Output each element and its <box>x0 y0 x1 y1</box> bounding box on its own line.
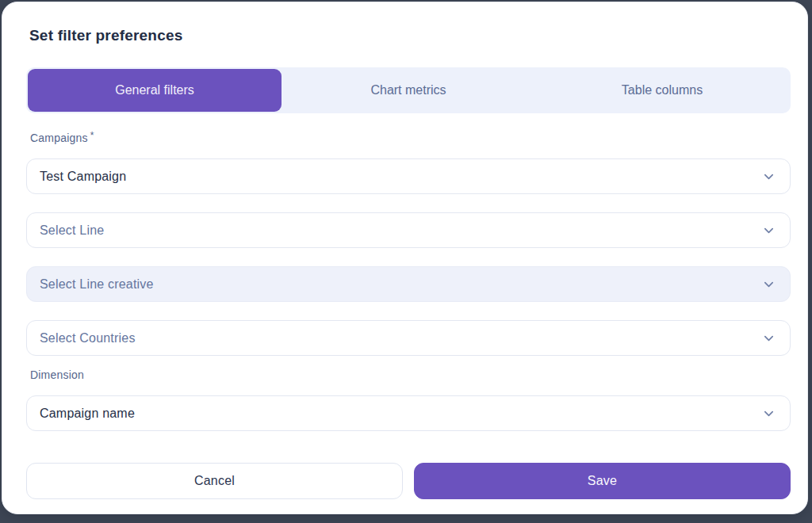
countries-select-placeholder: Select Countries <box>40 331 136 345</box>
chevron-down-icon <box>763 407 775 419</box>
tab-table-columns-label: Table columns <box>622 83 703 97</box>
line-creative-select-placeholder: Select Line creative <box>40 277 154 292</box>
line-select[interactable]: Select Line <box>26 212 791 248</box>
chevron-down-icon <box>763 332 775 344</box>
chevron-down-icon <box>763 170 775 182</box>
line-select-placeholder: Select Line <box>40 223 104 238</box>
dimension-select[interactable]: Campaign name <box>26 395 791 431</box>
modal-footer: Cancel Save <box>26 463 791 499</box>
chevron-down-icon <box>763 278 775 290</box>
chevron-down-icon <box>763 224 775 236</box>
line-creative-select[interactable]: Select Line creative <box>26 266 791 302</box>
modal-title: Set filter preferences <box>26 27 791 44</box>
save-button[interactable]: Save <box>414 463 791 499</box>
campaigns-select[interactable]: Test Campaign <box>26 158 791 194</box>
cancel-button[interactable]: Cancel <box>26 463 403 499</box>
tab-general-filters-label: General filters <box>115 83 194 97</box>
required-marker: * <box>90 130 94 141</box>
countries-select[interactable]: Select Countries <box>26 320 791 356</box>
tab-table-columns[interactable]: Table columns <box>535 69 789 112</box>
tab-chart-metrics[interactable]: Chart metrics <box>282 69 535 112</box>
tab-chart-metrics-label: Chart metrics <box>370 83 446 97</box>
dimension-select-value: Campaign name <box>40 407 135 421</box>
dimension-label: Dimension <box>26 368 791 381</box>
tab-general-filters[interactable]: General filters <box>28 69 282 112</box>
campaigns-label: Campaigns* <box>26 130 791 144</box>
campaigns-select-value: Test Campaign <box>40 170 126 184</box>
tab-bar: General filters Chart metrics Table colu… <box>26 67 791 113</box>
filter-preferences-modal: Set filter preferences General filters C… <box>2 2 808 514</box>
campaigns-label-text: Campaigns <box>30 132 88 144</box>
